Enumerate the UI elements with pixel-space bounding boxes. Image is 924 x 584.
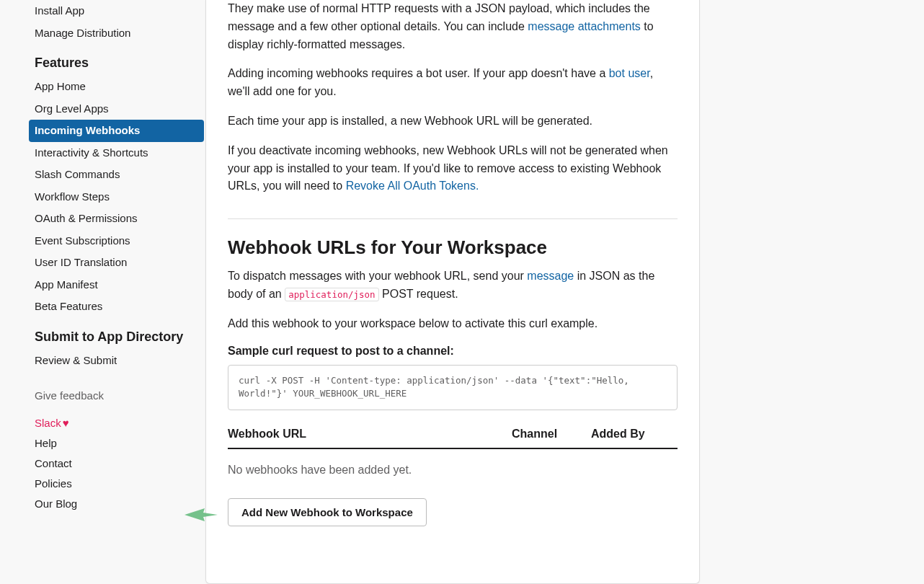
sidebar-item-user-id-translation[interactable]: User ID Translation <box>35 252 190 274</box>
section-title: Webhook URLs for Your Workspace <box>228 236 678 259</box>
sidebar-item-slash-commands[interactable]: Slash Commands <box>35 164 190 186</box>
dispatch-paragraph: To dispatch messages with your webhook U… <box>228 267 678 304</box>
add-webhook-button[interactable]: Add New Webhook to Workspace <box>228 498 427 526</box>
dispatch-text-3: POST request. <box>379 288 458 300</box>
webhook-table-header: Webhook URL Channel Added By <box>228 428 678 449</box>
curl-code-block: curl -X POST -H 'Content-type: applicati… <box>228 365 678 411</box>
sidebar-heading-submit: Submit to App Directory <box>35 318 190 350</box>
sidebar: Install App Manage Distribution Features… <box>0 0 205 584</box>
dispatch-text-1: To dispatch messages with your webhook U… <box>228 270 527 282</box>
empty-webhooks-message: No webhooks have been added yet. <box>228 449 678 498</box>
divider <box>228 218 678 219</box>
give-feedback-link[interactable]: Give feedback <box>35 372 190 413</box>
activate-paragraph: Add this webhook to your workspace below… <box>228 315 678 333</box>
message-attachments-link[interactable]: message attachments <box>528 20 641 32</box>
sidebar-item-interactivity-shortcuts[interactable]: Interactivity & Shortcuts <box>35 142 190 164</box>
sidebar-item-oauth-permissions[interactable]: OAuth & Permissions <box>35 208 190 230</box>
main-content: They make use of normal HTTP requests wi… <box>205 0 700 584</box>
botuser-text-1: Adding incoming webhooks requires a bot … <box>228 67 609 79</box>
th-webhook-url: Webhook URL <box>228 428 512 441</box>
sidebar-item-incoming-webhooks[interactable]: Incoming Webhooks <box>29 120 204 142</box>
sidebar-item-manage-distribution[interactable]: Manage Distribution <box>35 22 190 45</box>
footer-link-slack[interactable]: Slack♥ <box>35 413 190 433</box>
footer-link-help[interactable]: Help <box>35 433 190 454</box>
heart-icon: ♥ <box>63 417 69 429</box>
sidebar-item-beta-features[interactable]: Beta Features <box>35 296 190 318</box>
sidebar-item-app-manifest[interactable]: App Manifest <box>35 274 190 296</box>
th-added-by: Added By <box>591 428 678 441</box>
arrow-icon <box>185 504 218 528</box>
sidebar-item-install-app[interactable]: Install App <box>35 0 190 22</box>
curl-label: Sample curl request to post to a channel… <box>228 345 678 358</box>
sidebar-heading-features: Features <box>35 44 190 76</box>
sidebar-item-app-home[interactable]: App Home <box>35 76 190 98</box>
th-channel: Channel <box>512 428 591 441</box>
svg-marker-0 <box>185 508 218 521</box>
footer-link-contact[interactable]: Contact <box>35 454 190 474</box>
footer-link-blog[interactable]: Our Blog <box>35 494 190 514</box>
bot-user-link[interactable]: bot user <box>609 67 650 79</box>
slack-label: Slack <box>35 417 61 429</box>
eachtime-paragraph: Each time your app is installed, a new W… <box>228 112 678 130</box>
sidebar-item-review-submit[interactable]: Review & Submit <box>35 350 190 372</box>
revoke-tokens-link[interactable]: Revoke All OAuth Tokens. <box>346 180 479 192</box>
intro-paragraph: They make use of normal HTTP requests wi… <box>228 0 678 53</box>
botuser-paragraph: Adding incoming webhooks requires a bot … <box>228 65 678 101</box>
sidebar-item-event-subscriptions[interactable]: Event Subscriptions <box>35 230 190 252</box>
message-link[interactable]: message <box>527 270 574 282</box>
sidebar-item-org-level-apps[interactable]: Org Level Apps <box>35 98 190 120</box>
footer-link-policies[interactable]: Policies <box>35 474 190 494</box>
content-type-code: application/json <box>285 288 378 301</box>
sidebar-item-workflow-steps[interactable]: Workflow Steps <box>35 186 190 208</box>
deactivate-paragraph: If you deactivate incoming webhooks, new… <box>228 142 678 195</box>
